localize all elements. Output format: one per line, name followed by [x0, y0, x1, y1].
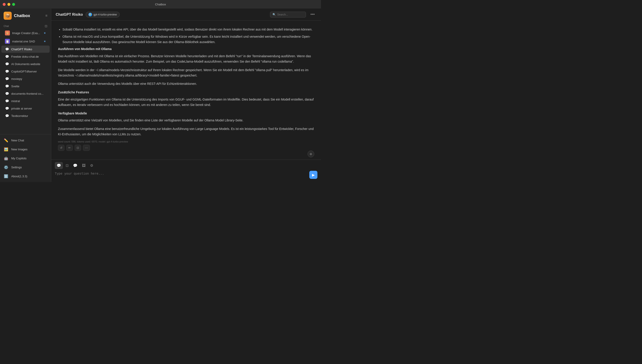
app-title: Chatbox — [14, 14, 43, 18]
item-icon-freebie-doku: 💬 — [5, 54, 9, 58]
sidebar-item-image-creator[interactable]: 🎨 Image Creator (Exa... ★ — [1, 29, 50, 37]
sidebar-item-svelte[interactable]: 💬 Svelte — [1, 82, 50, 90]
item-icon-chatgpt-risiko: 💬 — [5, 47, 9, 51]
sidebar-header: 📦 Chatbox ≡ — [0, 8, 51, 23]
item-label-documents-frontend: documents-frontend co... — [11, 92, 46, 96]
redo-button[interactable]: ↺ — [58, 145, 65, 151]
item-label-ai-dokuments: AI Dokuments website — [11, 62, 46, 66]
input-area: 💬 ⊡ 💬 🖼 ⚙ ▶ — [51, 160, 321, 182]
image-mode-button[interactable]: 🖼 — [80, 162, 87, 169]
settings-button[interactable]: ⚙️ Settings — [0, 163, 51, 172]
menu-icon[interactable]: ≡ — [45, 14, 47, 18]
section-1-para-1: Das Ausführen von Modellen mit Ollama is… — [58, 54, 314, 64]
item-label-textkorrektur: Textkorrektur — [11, 114, 46, 118]
settings-icon: ⚙️ — [4, 165, 9, 170]
bullet-item-1: Sobald Ollama installiert ist, erstellt … — [63, 27, 314, 32]
item-label-material-sad: material.one SAD — [12, 40, 41, 43]
item-label-mistral: mistral — [11, 100, 46, 103]
select-mode-button[interactable]: ⊡ — [64, 162, 70, 169]
chat-title: ChatGPT Risiko — [56, 12, 83, 16]
about-button[interactable]: ℹ️ About(1.3.3) — [0, 172, 51, 181]
app-container: 📦 Chatbox ≡ Chat ⊡ 🎨 Image Creator (Exa.… — [0, 8, 321, 182]
title-bar: Chatbox — [0, 0, 321, 8]
sidebar-list: 🎨 Image Creator (Exa... ★ 📋 material.one… — [0, 29, 51, 134]
model-badge-icon: ⚡ — [89, 13, 92, 16]
settings-label: Settings — [11, 166, 22, 169]
more-options-button[interactable]: ••• — [309, 11, 316, 18]
item-icon-private-ai: 💬 — [5, 106, 9, 110]
search-box[interactable]: 🔍 — [270, 12, 306, 18]
sidebar-item-chatgpt-risiko[interactable]: 💬 ChatGPT Risiko — [1, 46, 50, 53]
item-icon-svelte: 💬 — [5, 84, 9, 88]
new-images-button[interactable]: 🖼️ New Images — [0, 145, 51, 154]
settings-mode-button[interactable]: ⚙ — [88, 162, 95, 169]
sidebar-item-freebie-doku[interactable]: 💬 Freebie doku-chat.de — [1, 53, 50, 60]
item-icon-mistral: 💬 — [5, 99, 9, 103]
item-icon-ai-dokuments: 💬 — [5, 62, 9, 66]
section-3-para-2: Zusammenfassend bietet Ollama eine benut… — [58, 126, 314, 137]
chat-messages: Sobald Ollama installiert ist, erstellt … — [51, 21, 321, 160]
bullet-item-2: Ollama ist mit macOS und Linux kompatibe… — [63, 34, 314, 45]
item-icon-moviepy: 💬 — [5, 77, 9, 81]
search-input[interactable] — [277, 13, 302, 16]
maximize-button[interactable] — [12, 3, 15, 6]
sidebar-item-moviepy[interactable]: 💬 moviepy — [1, 75, 50, 82]
send-icon: ▶ — [312, 173, 315, 177]
item-icon-material-sad: 📋 — [5, 39, 10, 44]
model-badge[interactable]: ⚡ gpt-4-turbo-preview — [86, 12, 120, 18]
sidebar: 📦 Chatbox ≡ Chat ⊡ 🎨 Image Creator (Exa.… — [0, 8, 51, 182]
message-input[interactable] — [55, 171, 307, 176]
item-label-svelte: Svelte — [11, 84, 46, 88]
star-icon-material-sad: ★ — [44, 40, 46, 43]
sidebar-bottom: ✏️ New Chat 🖼️ New Images 🤖 My Copilots … — [0, 134, 51, 182]
sidebar-item-copilot-gpt[interactable]: 💬 CopilotGPTdfserver — [1, 68, 50, 75]
sidebar-item-ai-dokuments[interactable]: 💬 AI Dokuments website — [1, 60, 50, 68]
main-content: ChatGPT Risiko ⚡ gpt-4-turbo-preview 🔍 •… — [51, 8, 321, 182]
item-label-copilot-gpt: CopilotGPTdfserver — [11, 70, 46, 73]
star-icon-image-creator: ★ — [44, 32, 46, 34]
sidebar-item-mistral[interactable]: 💬 mistral — [1, 98, 50, 104]
section-heading-3: Verfügbare Modelle — [58, 111, 314, 116]
section-2-para-1: Eine der einzigartigen Funktionen von Ol… — [58, 97, 314, 108]
model-badge-text: gpt-4-turbo-preview — [93, 13, 117, 16]
section-3-para-1: Ollama unterstützt eine Vielzahl von Mod… — [58, 118, 314, 123]
scroll-to-bottom-button[interactable]: ⊕ — [307, 150, 314, 157]
item-label-image-creator: Image Creator (Exa... — [12, 32, 41, 35]
more-actions-button[interactable]: ⋯ — [83, 145, 90, 151]
new-chat-icon: ✏️ — [4, 138, 9, 143]
input-row: ▶ — [55, 171, 317, 179]
sidebar-item-documents-frontend[interactable]: 💬 documents-frontend co... — [1, 90, 50, 97]
archive-icon[interactable]: ⊡ — [45, 24, 47, 28]
new-images-label: New Images — [11, 148, 28, 151]
edit-button[interactable]: ✏ — [66, 145, 73, 151]
minimize-button[interactable] — [8, 3, 10, 6]
section-heading-1: Ausführen von Modellen mit Ollama — [58, 46, 314, 52]
send-button[interactable]: ▶ — [309, 171, 317, 179]
item-label-freebie-doku: Freebie doku-chat.de — [11, 55, 46, 58]
item-icon-image-creator: 🎨 — [5, 30, 10, 36]
input-toolbar: 💬 ⊡ 💬 🖼 ⚙ — [55, 162, 317, 169]
item-icon-documents-frontend: 💬 — [5, 92, 9, 96]
copy-button[interactable]: ⊡ — [75, 145, 81, 151]
translate-mode-button[interactable]: 💬 — [71, 162, 79, 169]
section-1-para-2: Die Modelle werden in der ~/.ollama/mode… — [58, 68, 314, 78]
section-1-para-3: Ollama unterstützt auch die Verwendung d… — [58, 81, 314, 86]
bullet-list: Sobald Ollama installiert ist, erstellt … — [63, 27, 314, 45]
message-meta: word count: 598, tokens used: 6970, mode… — [58, 140, 314, 143]
chat-mode-button[interactable]: 💬 — [55, 162, 63, 169]
item-label-chatgpt-risiko: ChatGPT Risiko — [11, 48, 46, 51]
chat-header: ChatGPT Risiko ⚡ gpt-4-turbo-preview 🔍 •… — [51, 8, 321, 21]
item-icon-textkorrektur: 💬 — [5, 114, 9, 118]
about-label: About(1.3.3) — [11, 174, 28, 178]
my-copilots-button[interactable]: 🤖 My Copilots — [0, 154, 51, 163]
about-icon: ℹ️ — [4, 174, 9, 179]
app-icon: 📦 — [4, 12, 12, 20]
close-button[interactable] — [3, 3, 6, 6]
sidebar-item-private-ai[interactable]: 💬 private ai server — [1, 105, 50, 112]
new-chat-button[interactable]: ✏️ New Chat — [0, 136, 51, 145]
sidebar-item-material-sad[interactable]: 📋 material.one SAD ★ — [1, 37, 50, 45]
sidebar-item-textkorrektur[interactable]: 💬 Textkorrektur — [1, 112, 50, 120]
search-icon: 🔍 — [272, 13, 276, 16]
traffic-lights — [3, 3, 15, 6]
section-heading-2: Zusätzliche Features — [58, 90, 314, 95]
